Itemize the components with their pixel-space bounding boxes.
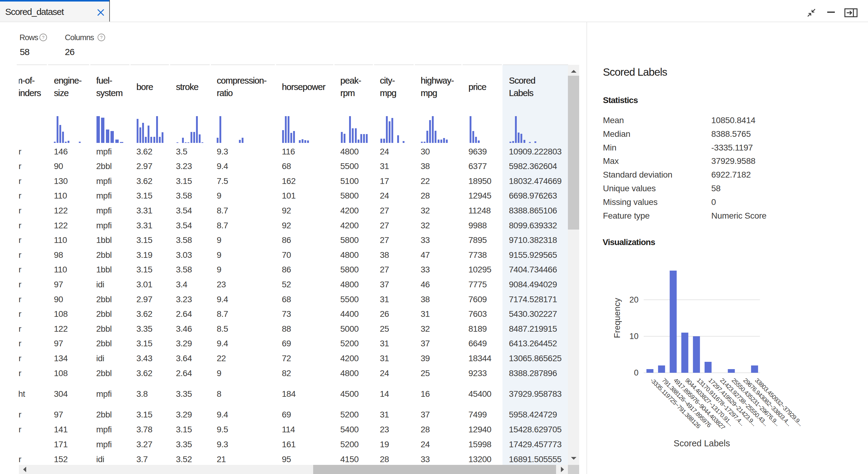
svg-text:Frequency: Frequency [612,298,622,338]
svg-text:?: ? [100,35,102,40]
svg-text:0: 0 [634,368,639,377]
svg-text:Scored Labels: Scored Labels [674,438,730,448]
svg-text:20: 20 [629,295,639,304]
svg-text:?: ? [42,35,44,40]
svg-text:10: 10 [629,332,639,341]
